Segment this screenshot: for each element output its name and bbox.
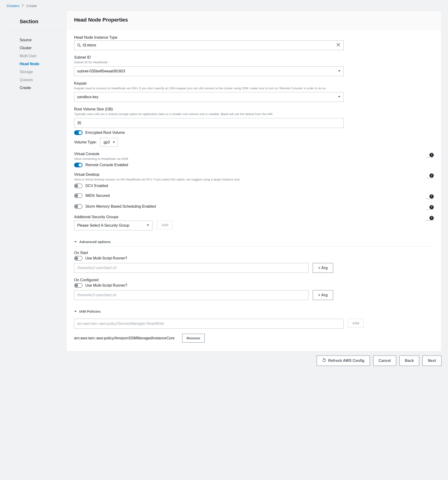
next-button[interactable]: Next — [422, 356, 441, 366]
iam-add-button[interactable]: Add — [348, 319, 364, 328]
subnet-label: Subnet ID — [74, 55, 434, 60]
root-volume-desc: Typically users will use a shared storag… — [74, 112, 434, 116]
sidebar-item-source[interactable]: Source — [20, 36, 66, 44]
iam-policy-input[interactable] — [74, 319, 344, 329]
slurm-toggle[interactable] — [74, 204, 83, 209]
caret-down-icon — [338, 69, 341, 73]
refresh-aws-config-button[interactable]: Refresh AWS Config — [317, 356, 370, 366]
help-icon[interactable]: ? — [429, 153, 434, 157]
caret-down-icon — [147, 223, 149, 228]
on-configured-label: On Configured — [74, 278, 434, 282]
refresh-aws-config-label: Refresh AWS Config — [328, 359, 364, 363]
security-groups-label: Additional Security Groups — [74, 215, 426, 219]
help-icon[interactable]: ? — [429, 194, 434, 198]
encrypted-root-label: Encrypted Root Volume — [85, 131, 125, 135]
root-volume-input[interactable] — [74, 118, 344, 128]
subnet-value: subnet-035be95eeaa091603 — [77, 69, 125, 73]
root-volume-label: Root Volume Size (GB) — [74, 107, 434, 111]
imds-toggle-label: IMDS Secured — [85, 194, 110, 198]
back-button[interactable]: Back — [399, 356, 419, 366]
virtual-console-desc: Allow connecting to HeadNode via SSM. — [74, 157, 426, 161]
sidebar-item-head-node[interactable]: Head Node — [20, 60, 66, 68]
caret-down-icon — [113, 141, 115, 144]
sidebar-item-storage[interactable]: Storage — [20, 68, 66, 76]
virtual-console-label: Virtual Console — [74, 152, 426, 156]
keypair-value: sandbox-key — [77, 95, 99, 99]
volume-type-select[interactable]: gp3 — [100, 138, 118, 147]
iam-policies-label: IAM Policies — [79, 309, 100, 314]
main-panel: Head Node Properties Head Node Instance … — [66, 11, 441, 351]
help-icon[interactable]: ? — [429, 216, 434, 220]
iam-policy-arn: arn:aws:iam::aws:policy/AmazonSSMManaged… — [74, 336, 175, 340]
virtual-desktop-label: Virtual Desktop — [74, 172, 426, 177]
refresh-icon — [322, 358, 326, 363]
on-start-add-arg-button[interactable]: + Arg — [313, 263, 333, 273]
caret-down-icon — [338, 95, 341, 99]
remote-console-label: Remote Console Enabled — [85, 163, 128, 167]
on-configured-add-arg-button[interactable]: + Arg — [313, 290, 333, 300]
breadcrumb: Clusters Create — [0, 0, 448, 11]
subnet-desc: Subnet ID for HeadNode. — [74, 60, 434, 64]
keypair-select[interactable]: sandbox-key — [74, 92, 344, 102]
instance-type-input[interactable] — [74, 40, 344, 50]
volume-type-value: gp3 — [104, 140, 110, 144]
slurm-toggle-label: Slurm Memory Based Scheduling Enabled — [85, 204, 156, 209]
sidebar-item-create[interactable]: Create — [20, 84, 66, 92]
volume-type-label: Volume Type: — [74, 140, 97, 144]
encrypted-root-toggle[interactable] — [74, 130, 83, 135]
clear-icon[interactable] — [336, 43, 341, 48]
svg-line-1 — [80, 46, 81, 47]
sidebar-item-cluster[interactable]: Cluster — [20, 44, 66, 52]
on-configured-multiscript-label: Use Multi-Script Runner? — [85, 283, 127, 288]
advanced-options-expander[interactable]: Advanced options — [74, 236, 434, 247]
wizard-footer: Refresh AWS Config Cancel Back Next — [0, 351, 448, 366]
caret-down-icon — [74, 240, 77, 243]
instance-type-label: Head Node Instance Type — [74, 35, 434, 40]
section-sidebar: Section SourceClusterMulti UserHead Node… — [7, 11, 66, 92]
breadcrumb-root[interactable]: Clusters — [7, 4, 20, 8]
iam-remove-button[interactable]: Remove — [182, 334, 205, 343]
sidebar-item-queues[interactable]: Queues — [20, 76, 66, 84]
page-title: Head Node Properties — [67, 11, 441, 29]
on-start-script-input[interactable] — [74, 263, 308, 273]
on-start-label: On Start — [74, 251, 434, 255]
caret-down-icon — [74, 310, 77, 313]
on-configured-script-input[interactable] — [74, 290, 308, 300]
instance-type-field[interactable] — [83, 41, 334, 50]
keypair-label: Keypair — [74, 81, 434, 85]
security-group-placeholder: Please Select A Security Group — [77, 223, 129, 228]
on-start-multiscript-label: Use Multi-Script Runner? — [85, 256, 127, 260]
add-security-group-button[interactable]: Add — [157, 220, 173, 229]
help-icon[interactable]: ? — [429, 205, 434, 209]
chevron-right-icon — [22, 4, 24, 8]
breadcrumb-current: Create — [26, 4, 37, 8]
on-configured-multiscript-toggle[interactable] — [74, 283, 83, 288]
cancel-button[interactable]: Cancel — [373, 356, 396, 366]
on-start-multiscript-toggle[interactable] — [74, 256, 83, 261]
security-group-select[interactable]: Please Select A Security Group — [74, 220, 152, 230]
iam-policies-expander[interactable]: IAM Policies — [74, 305, 434, 316]
help-icon[interactable]: ? — [429, 173, 434, 178]
sidebar-item-multi-user[interactable]: Multi User — [20, 52, 66, 60]
keypair-desc: Keypair used to connect to HeadNode via … — [74, 86, 434, 91]
subnet-select[interactable]: subnet-035be95eeaa091603 — [74, 66, 344, 76]
imds-toggle[interactable] — [74, 193, 83, 198]
remote-console-toggle[interactable] — [74, 163, 83, 167]
dcv-toggle[interactable] — [74, 184, 83, 188]
dcv-toggle-label: DCV Enabled — [85, 184, 108, 188]
virtual-desktop-desc: Allow a virtual desktop session on the H… — [74, 177, 426, 182]
sidebar-title: Section — [7, 19, 66, 31]
search-icon — [77, 43, 81, 47]
advanced-options-label: Advanced options — [79, 240, 111, 244]
